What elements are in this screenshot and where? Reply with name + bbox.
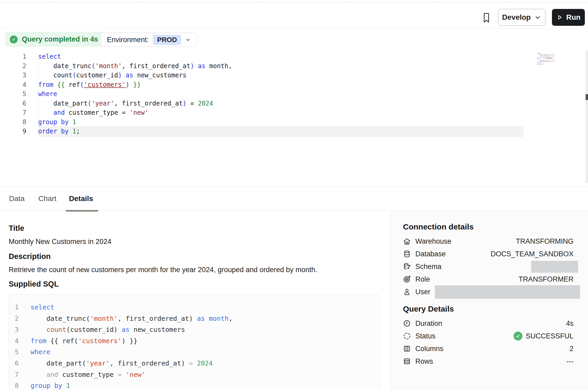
tab-separator (347, 0, 347, 2)
connection-row-label: User (415, 288, 430, 296)
code-token: ) (190, 62, 194, 70)
duration-icon (403, 319, 411, 327)
code-token: date_part (38, 100, 88, 107)
code-token (31, 371, 46, 378)
code-token: ; (76, 128, 80, 135)
code-line: 8group by 1 (15, 380, 380, 390)
status-text: SUCCESSFUL (526, 332, 574, 340)
code-line[interactable]: 4from {{ ref('customers') }} (0, 80, 523, 90)
tab-separator (262, 0, 262, 2)
connection-row-value: DOCS_TEAM_SANDBOX (491, 250, 574, 258)
warehouse-icon (403, 237, 411, 245)
line-number: 4 (15, 336, 25, 347)
code-token: , first_ordered_at (114, 100, 183, 107)
bookmark-button[interactable] (481, 11, 494, 24)
check-circle-icon (10, 36, 18, 43)
app-window: Develop Run Query completed in 4s Enviro… (0, 0, 588, 390)
connection-row-database: Database DOCS_TEAM_SANDBOX (403, 248, 574, 260)
code-line: 5where (15, 347, 380, 358)
code-line[interactable]: 9order by 1; (0, 127, 523, 136)
code-token: 1 (72, 128, 76, 135)
code-token: ) }} (122, 337, 137, 345)
code-line[interactable]: 5where (0, 89, 523, 99)
scrollbar-thumb[interactable] (586, 94, 588, 100)
bookmark-icon (481, 12, 494, 24)
code-token: as (194, 62, 205, 70)
code-token (69, 128, 72, 135)
line-number: 2 (15, 313, 25, 324)
code-token: ( (91, 62, 95, 70)
connection-row-user: User (403, 286, 574, 298)
code-token: month, (206, 62, 232, 70)
environment-dropdown[interactable]: Environment: PROD (101, 33, 197, 47)
code-token: , first_ordered_at) (118, 315, 197, 322)
code-line: 6 date_part('year', first_ordered_at) = … (15, 358, 380, 369)
code-token: from (38, 81, 53, 88)
code-token: 'month' (95, 62, 122, 70)
code-token: }} (133, 81, 141, 88)
code-line[interactable]: 7 and customer_type = 'new' (0, 108, 523, 118)
environment-value-badge: PROD (153, 35, 181, 45)
query-details-heading: Query Details (403, 298, 574, 313)
tab-chart[interactable]: Chart (38, 187, 57, 210)
code-token: group by (31, 382, 62, 389)
database-icon (403, 250, 411, 258)
line-number: 5 (0, 89, 26, 99)
editor-code[interactable]: 1select2 date_trunc('month', first_order… (0, 52, 523, 136)
query-status-pill: Query completed in 4s (5, 32, 106, 47)
title-heading: Title (9, 224, 24, 233)
sql-editor[interactable]: 1select2 date_trunc('month', first_order… (0, 52, 588, 184)
connection-row-label: Schema (415, 263, 441, 271)
code-token: 'new' (129, 109, 148, 116)
line-number: 3 (0, 71, 26, 80)
indent-guide (38, 62, 39, 80)
chevron-down-icon (534, 14, 541, 21)
code-line[interactable]: 8group by 1 (0, 118, 523, 127)
tab-separator (139, 0, 139, 2)
code-line: 3 count(customer_id) as new_customers (15, 324, 380, 336)
line-number: 3 (15, 324, 25, 336)
rows-icon (403, 357, 411, 365)
code-token: 1 (66, 382, 70, 389)
top-tab-strip (0, 0, 588, 3)
code-token: date_trunc( (31, 315, 90, 322)
line-number: 7 (15, 369, 25, 381)
play-icon (556, 14, 563, 21)
query-row-label: Rows (415, 357, 433, 366)
code-token: {{ ref( (46, 337, 78, 345)
code-line[interactable]: 2 date_trunc('month', first_ordered_at) … (0, 62, 523, 71)
code-token: 'year' (86, 359, 110, 367)
user-redacted-value (435, 285, 580, 298)
code-token: {{ (57, 81, 65, 88)
line-number: 9 (0, 127, 26, 136)
editor-scrollbar[interactable] (586, 51, 588, 183)
code-line: 4from {{ ref('customers') }} (15, 336, 380, 347)
code-token: ; (544, 64, 544, 65)
query-row-status: Status SUCCESSFUL (403, 330, 574, 342)
editor-minimap[interactable]: select date_trunc('month', first_ordered… (525, 53, 555, 66)
code-token: new_customers (129, 326, 185, 333)
details-side-panel: Connection details Warehouse TRANSFORMIN… (390, 211, 588, 390)
code-line[interactable]: 6 date_part('year', first_ordered_at) = … (0, 99, 523, 108)
code-token: date_trunc (38, 62, 91, 70)
code-line: order by 1; (525, 64, 555, 65)
develop-button[interactable]: Develop (498, 9, 545, 26)
code-token (38, 109, 53, 116)
code-line[interactable]: 1select (0, 52, 523, 62)
code-token: 'month' (90, 315, 118, 322)
develop-button-label: Develop (502, 13, 531, 22)
run-button[interactable]: Run (552, 9, 585, 26)
code-token: 'new' (126, 371, 145, 378)
tab-details[interactable]: Details (69, 187, 93, 210)
connection-row-role: Role TRANSFORMER (403, 273, 574, 286)
title-value: Monthly New Customers in 2024 (9, 238, 111, 246)
chevron-down-icon (185, 37, 191, 43)
code-token: ) (183, 100, 186, 107)
code-line[interactable]: 3 count(customer_id) as new_customers (0, 71, 523, 80)
code-token: 2024 (198, 100, 213, 107)
schema-redacted-value (531, 261, 578, 272)
line-number: 5 (15, 347, 25, 358)
connection-row-label: Database (415, 250, 446, 258)
tab-data[interactable]: Data (9, 187, 25, 210)
results-tabbar: Data Chart Details (0, 187, 588, 210)
